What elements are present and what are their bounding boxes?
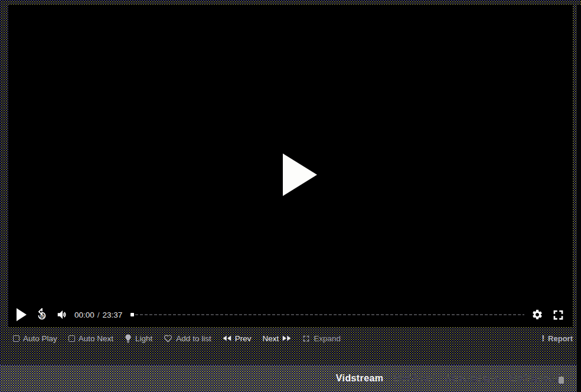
rewind-10-icon: 10 xyxy=(35,308,48,321)
expand-button[interactable]: Expand xyxy=(302,334,341,343)
player-controls: 10 00:00 / 23:37 xyxy=(8,302,573,327)
time-display: 00:00 / 23:37 xyxy=(74,311,122,319)
settings-button[interactable] xyxy=(531,309,543,321)
scrollbar-track[interactable] xyxy=(577,5,581,392)
rewind-10-button[interactable]: 10 xyxy=(35,308,48,321)
time-separator: / xyxy=(97,311,100,319)
play-icon xyxy=(283,153,317,196)
gear-icon xyxy=(531,309,543,321)
lightbulb-icon xyxy=(125,334,132,343)
auto-next-toggle[interactable]: Auto Next xyxy=(68,334,113,343)
prev-episode-button[interactable]: Prev xyxy=(223,334,252,343)
checkbox-icon xyxy=(68,335,75,342)
heart-icon xyxy=(164,334,172,342)
play-button[interactable] xyxy=(17,308,27,321)
progress-thumb[interactable] xyxy=(130,313,134,316)
current-time: 00:00 xyxy=(74,311,94,319)
report-button[interactable]: ! Report xyxy=(541,334,573,343)
volume-icon xyxy=(56,308,69,321)
auto-play-toggle[interactable]: Auto Play xyxy=(13,334,57,343)
server-mycloud[interactable]: MyCloud xyxy=(393,373,435,384)
fullscreen-icon xyxy=(552,309,564,321)
prev-icon xyxy=(223,335,231,342)
server-mp4upload[interactable]: Mp4upload xyxy=(509,373,561,384)
exclamation-icon: ! xyxy=(541,334,544,343)
big-play-button[interactable] xyxy=(283,153,317,196)
checkbox-icon xyxy=(13,335,19,342)
svg-text:10: 10 xyxy=(40,314,44,318)
next-label: Next xyxy=(262,334,279,343)
light-toggle[interactable]: Light xyxy=(125,334,152,343)
light-label: Light xyxy=(135,334,152,343)
add-to-list-label: Add to list xyxy=(176,334,211,343)
add-to-list-button[interactable]: Add to list xyxy=(164,334,211,343)
duration: 23:37 xyxy=(103,311,123,319)
play-icon xyxy=(17,308,27,321)
scroll-indicator[interactable] xyxy=(559,377,564,384)
video-player[interactable]: 10 00:00 / 23:37 xyxy=(8,5,573,327)
fullscreen-button[interactable] xyxy=(552,309,564,321)
server-vidstream[interactable]: Vidstream xyxy=(336,373,384,384)
progress-bar[interactable] xyxy=(130,311,524,318)
auto-play-label: Auto Play xyxy=(23,334,57,343)
server-streamtape[interactable]: Streamtape xyxy=(445,373,499,384)
report-label: Report xyxy=(548,334,573,343)
mute-button[interactable] xyxy=(56,308,69,321)
progress-track xyxy=(130,314,524,315)
next-icon xyxy=(282,335,291,342)
expand-label: Expand xyxy=(314,334,341,343)
player-toolbar: Auto Play Auto Next Light Add to list xyxy=(8,328,573,348)
auto-next-label: Auto Next xyxy=(79,334,113,343)
server-panel: Vidstream MyCloud Streamtape Mp4upload xyxy=(0,365,577,392)
expand-icon xyxy=(302,335,310,342)
prev-label: Prev xyxy=(235,334,252,343)
next-episode-button[interactable]: Next xyxy=(262,334,291,343)
